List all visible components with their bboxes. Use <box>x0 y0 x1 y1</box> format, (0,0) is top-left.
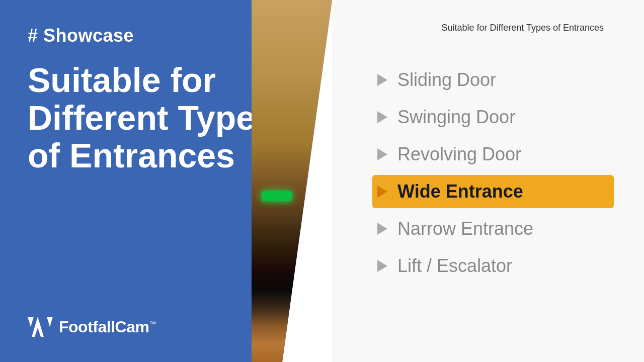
arrow-icon-revolving-door <box>377 148 387 160</box>
entrance-item-sliding-door[interactable]: Sliding Door <box>372 63 614 97</box>
right-panel: Suitable for Different Types of Entrance… <box>332 0 644 362</box>
arrow-icon-lift-escalator <box>377 260 387 272</box>
entrance-label-revolving-door: Revolving Door <box>397 144 521 165</box>
entrance-image <box>252 0 332 362</box>
svg-marker-2 <box>47 317 53 327</box>
entrance-item-lift-escalator[interactable]: Lift / Escalator <box>372 249 614 283</box>
main-title: Suitable for Different Types of Entrance… <box>28 61 289 174</box>
entrance-list: Sliding DoorSwinging DoorRevolving DoorW… <box>372 63 614 283</box>
entrance-item-swinging-door[interactable]: Swinging Door <box>372 101 614 134</box>
logo-text: FootfallCam™ <box>59 318 156 336</box>
arrow-icon-swinging-door <box>377 111 387 123</box>
footfallcam-logo-icon <box>28 317 53 337</box>
arrow-icon-sliding-door <box>377 74 387 86</box>
arrow-icon-narrow-entrance <box>377 223 387 235</box>
svg-marker-1 <box>32 317 44 337</box>
entrance-item-revolving-door[interactable]: Revolving Door <box>372 138 614 171</box>
arrow-icon-wide-entrance <box>377 186 387 198</box>
left-panel: # Showcase Suitable for Different Types … <box>0 0 332 362</box>
entrance-label-narrow-entrance: Narrow Entrance <box>397 218 533 239</box>
svg-marker-0 <box>28 317 34 327</box>
entrance-label-swinging-door: Swinging Door <box>397 107 515 128</box>
right-header-title: Suitable for Different Types of Entrance… <box>372 23 614 33</box>
entrance-label-wide-entrance: Wide Entrance <box>397 181 523 202</box>
entrance-label-lift-escalator: Lift / Escalator <box>397 255 512 277</box>
entrance-label-sliding-door: Sliding Door <box>397 69 496 90</box>
entrance-item-wide-entrance[interactable]: Wide Entrance <box>372 175 614 208</box>
entrance-item-narrow-entrance[interactable]: Narrow Entrance <box>372 212 614 245</box>
